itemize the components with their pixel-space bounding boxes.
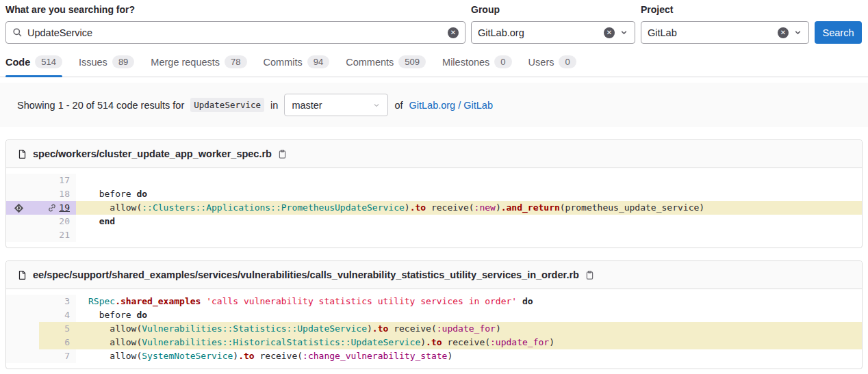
tab-label: Issues (79, 57, 107, 68)
line-number-cell: 7 (39, 349, 76, 363)
clear-group-icon[interactable]: ✕ (604, 27, 615, 38)
code-token: allow( (88, 337, 142, 347)
line-number[interactable]: 18 (59, 187, 70, 201)
code-text: allow(::Clusters::Applications::Promethe… (76, 201, 862, 215)
code-token: :change_vulnerability_state (303, 351, 447, 361)
clear-search-icon[interactable]: ✕ (448, 27, 459, 38)
code-line: 20 end (6, 215, 862, 228)
tab-issues[interactable]: Issues89 (79, 51, 134, 77)
line-gutter (6, 201, 39, 215)
tab-label: Merge requests (151, 57, 220, 68)
ref-selector[interactable]: master (284, 94, 388, 116)
code-token: ) (233, 351, 238, 361)
tab-label: Comments (346, 57, 394, 68)
code-line: 6 allow(Vulnerabilities::HistoricalStati… (6, 336, 862, 349)
line-gutter (6, 174, 39, 187)
line-link-icon[interactable] (47, 203, 57, 213)
line-number[interactable]: 19 (59, 201, 70, 215)
code-token: receive( (426, 202, 474, 213)
summary-in-label: in (270, 100, 278, 111)
project-link[interactable]: GitLab (463, 100, 493, 111)
code-text: before do (76, 187, 862, 201)
line-number-cell: 3 (39, 295, 76, 308)
group-value: GitLab.org (478, 27, 599, 38)
tab-milestones[interactable]: Milestones0 (442, 51, 512, 77)
file-path-link[interactable]: ee/spec/support/shared_examples/services… (33, 269, 579, 280)
line-number[interactable]: 4 (64, 308, 70, 322)
code-token: ) (405, 202, 410, 213)
line-number[interactable]: 20 (59, 215, 70, 228)
code-line: 18 before do (6, 187, 862, 201)
tab-label: Commits (264, 57, 303, 68)
code-result-card: spec/workers/cluster_update_app_worker_s… (5, 139, 863, 248)
line-number[interactable]: 21 (59, 228, 70, 242)
clear-project-icon[interactable]: ✕ (778, 27, 789, 38)
tab-code[interactable]: Code514 (5, 51, 62, 77)
project-dropdown[interactable]: GitLab ✕ (641, 21, 809, 44)
code-token: do (136, 189, 147, 199)
copy-file-path-icon[interactable] (585, 270, 595, 280)
file-header: spec/workers/cluster_update_app_worker_s… (6, 140, 862, 168)
line-number[interactable]: 17 (59, 174, 70, 187)
chevron-down-icon (372, 101, 381, 109)
line-gutter (6, 228, 39, 242)
group-label: Group (471, 4, 635, 15)
code-token (88, 216, 99, 226)
code-token: .to (238, 351, 254, 361)
tab-users[interactable]: Users0 (528, 51, 576, 77)
code-token: RSpec (88, 296, 115, 306)
copy-file-path-icon[interactable] (277, 149, 288, 159)
file-path-link[interactable]: spec/workers/cluster_update_app_worker_s… (33, 148, 272, 159)
tab-commits[interactable]: Commits94 (264, 51, 330, 77)
search-scope-tabs: Code514Issues89Merge requests78Commits94… (0, 51, 868, 77)
code-token: receive( (388, 323, 436, 334)
code-text: allow(Vulnerabilities::HistoricalStatist… (76, 336, 862, 349)
line-gutter (6, 215, 39, 228)
line-number-cell: 19 (39, 201, 76, 215)
code-text: before do (76, 308, 862, 322)
code-line: 4 before do (6, 308, 862, 322)
code-line: 17 (6, 174, 862, 187)
tab-count-badge: 0 (494, 55, 511, 68)
code-token: .to (410, 202, 426, 213)
code-text: RSpec.shared_examples 'calls vulnerabili… (76, 295, 862, 308)
line-number[interactable]: 7 (64, 349, 70, 363)
code-text (76, 228, 862, 242)
group-dropdown[interactable]: GitLab.org ✕ (471, 21, 635, 44)
code-token: ::Clusters::Applications::PrometheusUpda… (142, 202, 405, 213)
code-token: (prometheus_update_service) (560, 202, 704, 213)
search-results-page: What are you searching for? ✕ Group GitL… (0, 0, 868, 369)
group-field-group: Group GitLab.org ✕ (471, 4, 635, 44)
tab-merge-requests[interactable]: Merge requests78 (151, 51, 246, 77)
code-token: allow( (88, 351, 142, 361)
tab-count-badge: 89 (112, 55, 134, 68)
code-token: ) (496, 323, 501, 334)
diamond-marker-icon (13, 202, 25, 214)
code-token: do (136, 310, 147, 320)
code-token: end (99, 216, 115, 226)
project-label: Project (641, 4, 809, 15)
code-line: 7 allow(SystemNoteService).to receive(:c… (6, 349, 862, 363)
group-link[interactable]: GitLab.org (409, 100, 455, 111)
line-number[interactable]: 5 (64, 322, 70, 336)
line-number[interactable]: 3 (64, 295, 70, 308)
code-line: 5 allow(Vulnerabilities::Statistics::Upd… (6, 322, 862, 336)
line-gutter (6, 295, 39, 308)
code-token: receive( (442, 337, 490, 347)
line-number-cell: 18 (39, 187, 76, 201)
code-snippet: 1718 before do19 allow(::Clusters::Appli… (6, 168, 862, 248)
code-token: 'calls vulnerability statistics utility … (206, 296, 517, 306)
line-number[interactable]: 6 (64, 336, 70, 349)
tab-count-badge: 514 (35, 55, 62, 68)
ref-value: master (292, 100, 368, 111)
code-text: allow(SystemNoteService).to receive(:cha… (76, 349, 862, 363)
code-token: ) (549, 337, 554, 347)
project-value: GitLab (648, 27, 773, 38)
tab-comments[interactable]: Comments509 (346, 51, 426, 77)
code-token: :update_for (490, 337, 549, 347)
search-input[interactable] (27, 27, 443, 38)
code-token: ) (496, 202, 501, 213)
query-field-group: What are you searching for? ✕ (5, 4, 465, 44)
search-button[interactable]: Search (815, 21, 862, 44)
tab-count-badge: 78 (225, 55, 246, 68)
